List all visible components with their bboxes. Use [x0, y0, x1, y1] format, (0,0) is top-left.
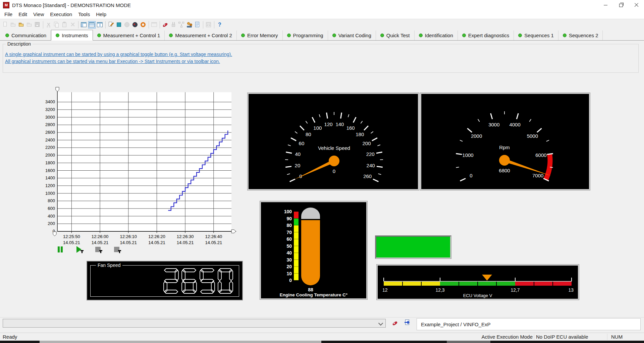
status-ready: Ready [3, 334, 17, 340]
tab-status-icon [5, 34, 9, 37]
tab-status-icon [287, 34, 291, 37]
title-bar: M DTS Monaco [Standard] - DEMONSTRATION … [0, 0, 644, 10]
close-button[interactable] [629, 0, 644, 10]
toolbar-separator [160, 21, 160, 28]
toolbar-start-instruments-icon[interactable] [107, 21, 115, 28]
toolbar-connector-icon[interactable] [162, 21, 169, 28]
tab-sequences-2[interactable]: Sequences 2 [558, 31, 603, 40]
toolbar-network-icon [178, 21, 185, 28]
svg-text:Vehicle Speed: Vehicle Speed [318, 145, 350, 151]
svg-text:6000: 6000 [535, 152, 546, 158]
svg-text:14.05.21: 14.05.21 [205, 240, 222, 245]
tab-status-icon [56, 34, 59, 37]
status-execution-mode: Active Execution Mode [469, 334, 533, 340]
tab-label: Variant Coding [338, 31, 371, 40]
tab-label: Quick Test [386, 31, 410, 40]
tab-status-icon [563, 34, 567, 37]
toolbar-separator [203, 21, 203, 28]
restore-button[interactable] [613, 0, 629, 10]
toolbar-layout-vertical-icon[interactable] [80, 21, 88, 28]
divider [0, 317, 644, 318]
svg-text:14.05.21: 14.05.21 [63, 240, 80, 245]
fan-speed-label: Fan Speed [96, 263, 122, 268]
window-title: DTS Monaco [Standard] - DEMONSTRATION MO… [12, 2, 131, 8]
svg-text:60: 60 [299, 140, 305, 146]
voltage-zone [384, 282, 440, 286]
tab-status-icon [169, 34, 173, 37]
chart-stop-trigger-button-2[interactable] [114, 246, 121, 253]
channel-combobox[interactable] [3, 319, 386, 328]
menu-help[interactable]: Help [93, 10, 109, 19]
tab-error-memory[interactable]: Error Memory [237, 31, 283, 40]
toolbar-users-icon[interactable] [186, 21, 193, 28]
tab-communication[interactable]: Communication [1, 31, 51, 40]
status-num-lock: NUM [611, 334, 623, 340]
minimize-button[interactable] [598, 0, 613, 10]
status-indicator-lamp [375, 236, 451, 259]
chart-pause-button[interactable] [58, 246, 65, 253]
svg-text:7000: 7000 [532, 173, 543, 178]
thermometer-cap [301, 208, 320, 219]
toolbar-help-icon[interactable]: ? [216, 21, 223, 28]
toolbar-copy-icon [53, 21, 60, 28]
tab-sequences-1[interactable]: Sequences 1 [514, 31, 558, 40]
description-link-2[interactable]: All graphical instruments can be started… [5, 59, 220, 64]
chart-stop-trigger-button-1[interactable] [95, 246, 103, 253]
svg-text:50: 50 [286, 243, 292, 249]
tab-label: Measurement + Control 1 [103, 31, 160, 40]
tab-expert-diagnostics[interactable]: Expert diagnostics [458, 31, 514, 40]
status-doip: No DoIP ECU available [536, 334, 588, 340]
tab-variant-coding[interactable]: Variant Coding [328, 31, 376, 40]
description-title: Description [6, 41, 33, 47]
toolbar-open-workspace-icon[interactable] [18, 21, 25, 28]
tab-measurement-control-1[interactable]: Measurement + Control 1 [93, 31, 165, 40]
description-link-1[interactable]: A single graphical instrument can be sta… [5, 52, 232, 57]
project-field[interactable]: Example_Project / VINFO_ExP [417, 318, 641, 330]
svg-text:Rpm: Rpm [499, 145, 510, 150]
svg-text:90: 90 [286, 216, 292, 221]
tab-instruments[interactable]: Instruments [51, 30, 93, 41]
toolbar-stop-instruments-icon[interactable] [115, 21, 123, 28]
menu-execution[interactable]: Execution [47, 10, 75, 19]
toolbar-open-read-only-icon [26, 21, 33, 28]
tab-measurement-control-2[interactable]: Measurement + Control 2 [165, 31, 237, 40]
toolbar-separator [43, 21, 43, 28]
svg-text:1600: 1600 [45, 168, 55, 173]
menu-file[interactable]: File [1, 10, 15, 19]
fan-speed-recorder-chart[interactable]: 0200400600800100012001400160018002000220… [40, 87, 241, 261]
tab-status-icon [462, 34, 466, 37]
connector-icon-button[interactable] [391, 320, 399, 327]
menu-view[interactable]: View [30, 10, 47, 19]
toolbar-layout-columns-icon[interactable] [96, 21, 104, 28]
toolbar: ? [0, 19, 644, 31]
needle-hub [329, 156, 339, 166]
menu-edit[interactable]: Edit [15, 10, 30, 19]
import-icon-button[interactable] [404, 319, 411, 326]
svg-text:20: 20 [295, 163, 301, 168]
svg-text:2800: 2800 [45, 122, 55, 127]
svg-text:400: 400 [48, 214, 55, 219]
chart-play-trigger-button[interactable] [76, 246, 84, 253]
tab-programming[interactable]: Programming [283, 31, 328, 40]
tab-identification[interactable]: Identification [415, 31, 458, 40]
vehicle-speed-gauge: 020406080100120140160180200220240260Vehi… [248, 93, 419, 190]
toolbar-report-icon[interactable] [194, 21, 201, 28]
svg-text:800: 800 [48, 198, 55, 203]
toolbar-sphere-dark-icon[interactable] [131, 21, 139, 28]
taskbar-segment [40, 341, 321, 343]
svg-text:0: 0 [333, 168, 335, 174]
tab-status-icon [332, 34, 336, 37]
svg-text:2000: 2000 [471, 133, 482, 139]
svg-text:13: 13 [568, 287, 574, 293]
tab-quick-test[interactable]: Quick Test [376, 31, 415, 40]
toolbar-layout-horizontal-icon[interactable] [88, 21, 96, 28]
svg-text:12: 12 [382, 287, 388, 293]
project-label: Example_Project / VINFO_ExP [417, 322, 491, 327]
menu-tools[interactable]: Tools [75, 10, 93, 19]
toolbar-refresh-icon[interactable] [140, 21, 147, 28]
toolbar-separator [105, 21, 106, 28]
divider [534, 334, 534, 340]
svg-text:3200: 3200 [45, 107, 55, 112]
toolbar-delete-icon [69, 21, 76, 28]
tab-label: Error Memory [247, 31, 278, 40]
